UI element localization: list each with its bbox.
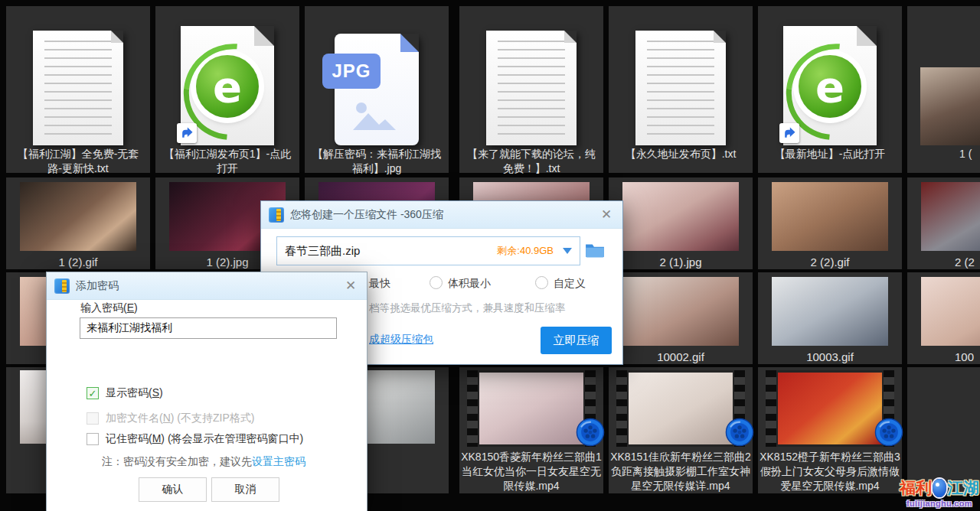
set-master-password-link[interactable]: 设置主密码 — [252, 455, 305, 467]
confirm-button[interactable]: 确认 — [139, 477, 207, 502]
file-name: 1 (2).gif — [6, 255, 150, 269]
cancel-button[interactable]: 取消 — [211, 477, 279, 502]
label-text: 显示密码( — [106, 386, 152, 399]
file-tile[interactable]: 【永久地址发布页】.txt — [609, 6, 753, 173]
file-tile[interactable] — [907, 367, 980, 493]
dialog-title: 添加密码 — [76, 279, 342, 293]
gif-thumbnail-placeholder — [622, 277, 739, 346]
icon-area — [6, 14, 150, 145]
file-tile[interactable]: 【来了就能下载的论坛，纯免费！】.txt — [459, 6, 603, 173]
checkbox-unchecked-icon[interactable] — [87, 433, 99, 445]
checkbox-show-password[interactable]: ✓ 显示密码(S) — [87, 386, 163, 400]
checkbox-disabled-icon — [87, 412, 99, 425]
file-name: 10002.gif — [609, 350, 753, 364]
file-tile[interactable]: XK8150香菱新年粉丝三部曲1当红女优当你一日女友星空无限传媒.mp4 — [459, 367, 603, 493]
file-tile[interactable]: 2 (2 — [907, 177, 980, 269]
thumbnail-placeholder — [921, 277, 980, 346]
label-text: ) — [134, 301, 138, 314]
chevron-down-icon[interactable] — [563, 248, 572, 254]
dialog-title: 您将创建一个压缩文件 -360压缩 — [290, 208, 598, 222]
file-tile[interactable]: e 【福利江湖发布页1】-点此打开 — [155, 6, 299, 173]
green-e-browser-icon: e — [799, 55, 861, 118]
archive-filename-input[interactable]: 春节三部曲.zip 剩余:40.9GB — [276, 236, 580, 265]
label-text: ) (不支持ZIP格式) — [171, 412, 255, 424]
image-thumbnail-placeholder — [920, 67, 980, 145]
gif-thumbnail-placeholder — [20, 182, 136, 251]
checkbox-checked-icon[interactable]: ✓ — [87, 387, 99, 399]
file-tile[interactable]: XK8151佳欣新年粉丝三部曲2负距离接触摄影棚工作室女神星空无限传媒详.mp4 — [609, 367, 753, 493]
dialog-titlebar[interactable]: 您将创建一个压缩文件 -360压缩 ✕ — [261, 201, 622, 229]
browser-shortcut-icon: e — [783, 26, 877, 145]
file-tile[interactable]: 10002.gif — [609, 272, 753, 364]
file-name: 【最新地址】-点此打开 — [760, 147, 900, 161]
security-note: 注：密码没有安全加密，建议先设置主密码 — [102, 455, 305, 469]
icon-area: e — [155, 14, 299, 145]
page-fold — [254, 26, 274, 46]
file-tile[interactable]: 2 (2).gif — [758, 177, 902, 269]
file-name: XK8150香菱新年粉丝三部曲1当红女优当你一日女友星空无限传媒.mp4 — [459, 450, 603, 493]
checkbox-label: 加密文件名(N) (不支持ZIP格式) — [106, 412, 254, 425]
password-input[interactable] — [80, 317, 337, 339]
checkbox-remember-password[interactable]: 记住密码(M) (将会显示在管理密码窗口中) — [87, 432, 303, 446]
video-thumbnail — [616, 370, 745, 447]
radio-smallest-size[interactable]: 体积最小 — [430, 276, 491, 291]
browse-folder-button[interactable] — [585, 241, 605, 259]
super-package-link[interactable]: 成超级压缩包 — [369, 333, 433, 347]
file-tile[interactable]: 1 ( — [907, 6, 980, 173]
close-icon[interactable]: ✕ — [598, 207, 615, 223]
icon-area — [609, 14, 753, 145]
file-name: 【来了就能下载的论坛，纯免费！】.txt — [462, 147, 601, 176]
video-thumbnail — [766, 370, 894, 447]
password-field-label: 输入密码(E) — [80, 301, 138, 315]
file-tile[interactable]: 【福利江湖】全免费-无套路-更新快.txt — [6, 6, 150, 173]
add-password-dialog: 添加密码 ✕ 输入密码(E) ✓ 显示密码(S) 加密文件名(N) (不支持ZI… — [46, 272, 368, 511]
label-text: ) (将会显示在管理密码窗口中) — [161, 432, 303, 444]
file-tile[interactable]: 100 — [907, 272, 980, 364]
gif-thumbnail-placeholder — [772, 277, 888, 346]
file-name: 100 — [907, 350, 980, 364]
radio-icon[interactable] — [430, 276, 443, 289]
file-tile[interactable]: 10003.gif — [758, 272, 902, 364]
radio-icon[interactable] — [535, 276, 548, 289]
file-tile[interactable]: XK8152橙子新年粉丝三部曲3假扮上门女友父母身后激情做爱星空无限传媒.mp4 — [758, 367, 902, 493]
video-player-badge-icon — [725, 418, 754, 450]
mode-description: 档等挑选最优压缩方式，兼具速度和压缩率 — [369, 301, 566, 315]
file-tile[interactable]: JPG 【解压密码：来福利江湖找福利】.jpg — [305, 6, 449, 173]
file-name: 1 ( — [910, 147, 980, 161]
file-tile[interactable]: 2 (1).jpg — [609, 177, 753, 269]
text-lines-decoration — [498, 41, 565, 135]
video-player-badge-icon — [874, 418, 903, 450]
file-name: 10003.gif — [758, 350, 902, 364]
mode-fastest-label[interactable]: 最快 — [369, 277, 390, 291]
txt-file-icon — [486, 31, 577, 145]
file-name: 【解压密码：来福利江湖找福利】.jpg — [307, 147, 446, 176]
archive-filename: 春节三部曲.zip — [285, 244, 497, 259]
file-tile[interactable]: e 【最新地址】-点此打开 — [758, 6, 902, 173]
checkbox-label: 显示密码(S) — [106, 386, 163, 400]
radio-custom[interactable]: 自定义 — [535, 276, 586, 291]
note-text: 注：密码没有安全加密，建议先 — [102, 455, 252, 467]
gif-thumbnail-placeholder — [772, 182, 888, 251]
txt-file-icon — [635, 31, 726, 145]
text-lines-decoration — [44, 41, 112, 135]
label-text: ) — [159, 386, 163, 399]
file-name: 【永久地址发布页】.txt — [611, 147, 750, 161]
video-thumbnail — [467, 370, 596, 447]
site-logo: 福利江湖 fulijianghu.com — [900, 479, 979, 508]
label-text: 加密文件名( — [106, 412, 163, 424]
close-icon[interactable]: ✕ — [342, 278, 359, 294]
jpg-thumbnail-placeholder — [622, 182, 739, 251]
file-name: 2 (2 — [907, 255, 980, 269]
mode-smallest-label: 体积最小 — [448, 277, 491, 289]
dialog-titlebar[interactable]: 添加密码 ✕ — [47, 272, 367, 300]
360zip-app-icon — [269, 207, 284, 223]
site-logo-text: 福利江湖 — [900, 479, 979, 497]
mode-custom-label: 自定义 — [554, 277, 586, 289]
page-fold — [400, 34, 419, 52]
checkbox-encrypt-filenames: 加密文件名(N) (不支持ZIP格式) — [87, 412, 254, 425]
file-tile[interactable]: 1 (2).gif — [6, 177, 150, 269]
shortcut-arrow-icon — [779, 123, 799, 143]
checkbox-label: 记住密码(M) (将会显示在管理密码窗口中) — [106, 432, 303, 446]
page-fold — [714, 31, 726, 43]
compress-now-button[interactable]: 立即压缩 — [541, 327, 612, 354]
